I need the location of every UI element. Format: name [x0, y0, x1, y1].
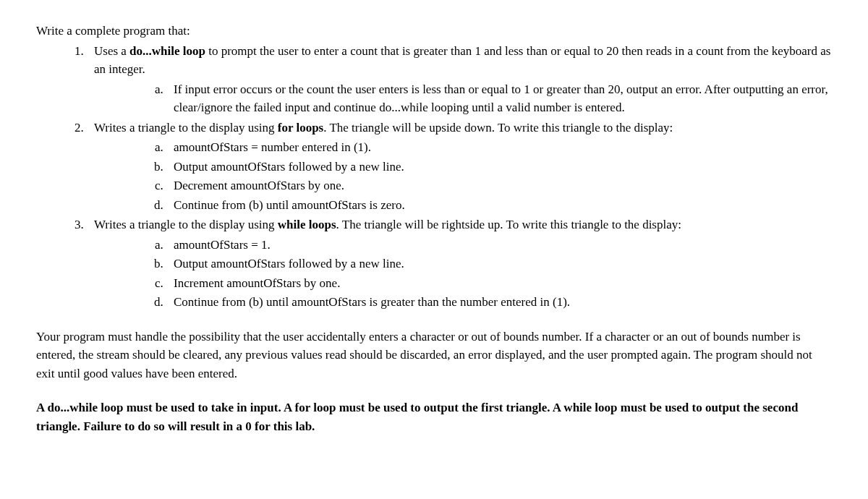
error-handling-paragraph: Your program must handle the possibility… [36, 328, 832, 383]
item-1-before: Uses a [94, 44, 129, 58]
main-list: Uses a do...while loop to prompt the use… [36, 42, 832, 312]
item-2b: Output amountOfStars followed by a new l… [166, 158, 832, 176]
item-3c: Increment amountOfStars by one. [166, 274, 832, 293]
item-2-sublist: amountOfStars = number entered in (1). O… [94, 138, 832, 214]
item-3a: amountOfStars = 1. [166, 236, 832, 255]
item-1-sublist: If input error occurs or the count the u… [94, 80, 832, 117]
item-2a: amountOfStars = number entered in (1). [166, 138, 832, 157]
item-3: Writes a triangle to the display using w… [87, 216, 832, 312]
item-2c: Decrement amountOfStars by one. [166, 176, 832, 195]
item-2-bold: for loops [278, 121, 323, 135]
item-1-bold: do...while loop [129, 44, 205, 58]
item-2-after: . The triangle will be upside down. To w… [323, 121, 673, 135]
item-3-after: . The triangle will be rightside up. To … [336, 218, 681, 231]
intro-text: Write a complete program that: [36, 22, 832, 40]
requirements-paragraph: A do...while loop must be used to take i… [36, 398, 832, 435]
item-3-before: Writes a triangle to the display using [94, 218, 278, 231]
item-2-before: Writes a triangle to the display using [94, 121, 278, 135]
item-3b: Output amountOfStars followed by a new l… [166, 255, 832, 273]
item-2d: Continue from (b) until amountOfStars is… [166, 196, 832, 215]
item-2: Writes a triangle to the display using f… [87, 119, 832, 215]
item-3-sublist: amountOfStars = 1. Output amountOfStars … [94, 236, 832, 312]
item-3d: Continue from (b) until amountOfStars is… [166, 293, 832, 312]
item-1: Uses a do...while loop to prompt the use… [87, 42, 832, 117]
item-3-bold: while loops [278, 218, 336, 231]
item-1a: If input error occurs or the count the u… [166, 80, 832, 117]
